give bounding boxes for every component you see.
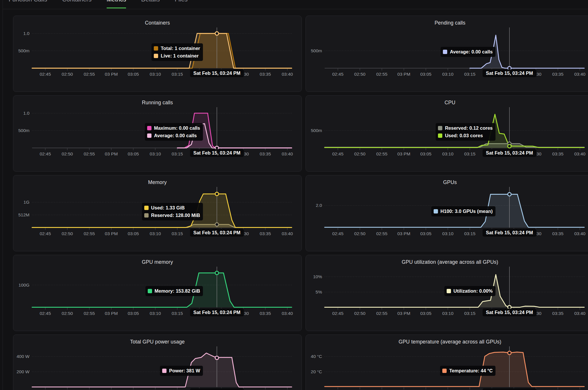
tooltip-value-text: Average: 0.00 calls	[154, 133, 197, 138]
x-axis-label: 02:50	[354, 231, 365, 236]
x-axis-label: 02:50	[354, 151, 365, 156]
x-axis-label: 03:40	[574, 311, 585, 316]
x-axis-label: 03 PM	[397, 231, 411, 236]
x-axis-label: 02:45	[332, 72, 343, 77]
chart-tooltip: Power: 381 W	[160, 366, 203, 376]
series-color-chip	[154, 54, 158, 58]
x-axis-label: 03:10	[442, 231, 454, 236]
tooltip-value-text: Utilization: 0.00%	[454, 288, 493, 294]
tab-details[interactable]: Details	[141, 0, 160, 8]
chart-panel-gpus: GPUs2.002:4502:5002:5503 PM03:0503:1003:…	[306, 175, 588, 251]
tooltip-value-text: H100: 3.0 GPUs (mean)	[441, 209, 493, 214]
chart-canvas-gpu-power[interactable]: 400 W200 W02:4502:5002:5503 PM03:0503:10…	[13, 335, 302, 390]
x-axis-label: 02:50	[62, 231, 73, 236]
tooltip-value-text: Live: 1 container	[161, 53, 199, 59]
cursor-timestamp: Sat Feb 15, 03:24 PM	[483, 69, 536, 77]
tooltip-value-text: Average: 0.00 calls	[450, 49, 493, 55]
chart-panel-running-calls: Running calls1.0500m02:4502:5002:5503 PM…	[13, 95, 302, 172]
x-axis-label: 02:55	[376, 231, 387, 236]
x-axis-label: 03:15	[464, 311, 476, 316]
tab-containers[interactable]: Containers	[62, 0, 92, 8]
tab-function-calls[interactable]: Function Calls	[9, 0, 47, 8]
series-color-chip	[442, 369, 447, 373]
x-axis-label: 03:05	[420, 231, 432, 236]
x-axis-label: 03:10	[150, 231, 161, 236]
tooltip-row: Temperature: 44 °C	[442, 367, 493, 374]
x-axis-label: 03:10	[150, 151, 161, 156]
tooltip-row: H100: 3.0 GPUs (mean)	[434, 207, 493, 215]
series-color-chip	[147, 133, 151, 138]
x-axis-label: 02:50	[62, 72, 73, 77]
tooltip-row: Power: 381 W	[162, 367, 200, 374]
cursor-marker	[508, 351, 511, 355]
y-axis-label: 100G	[19, 283, 29, 287]
cursor-timestamp: Sat Feb 15, 03:24 PM	[190, 149, 244, 157]
x-axis-label: 03:15	[464, 72, 476, 77]
series-line-reserved	[32, 224, 292, 227]
chart-tooltip: Memory: 153.82 GiB	[145, 286, 203, 296]
cursor-marker	[215, 32, 219, 35]
charts-grid: Containers1.0500m02:4502:5002:5503 PM03:…	[13, 16, 588, 390]
y-axis-label: 1.0	[23, 31, 29, 36]
x-axis-label: 03:35	[260, 311, 271, 316]
cursor-marker	[215, 192, 219, 196]
chart-tooltip: H100: 3.0 GPUs (mean)	[431, 206, 496, 216]
x-axis-label: 03:05	[420, 72, 432, 77]
y-axis-label: 500m	[311, 48, 322, 53]
chart-tooltip: Maximum: 0.00 callsAverage: 0.00 calls	[145, 123, 203, 141]
y-axis-label: 10%	[313, 274, 322, 279]
x-axis-label: 03:05	[128, 72, 139, 77]
x-axis-label: 02:45	[332, 311, 343, 316]
series-color-chip	[154, 46, 158, 51]
x-axis-label: 02:50	[62, 311, 73, 316]
x-axis-label: 03 PM	[397, 151, 411, 156]
tab-files[interactable]: Files	[175, 0, 188, 8]
y-axis-label: 500m	[18, 128, 29, 133]
tooltip-row: Average: 0.00 calls	[147, 132, 197, 139]
x-axis-label: 03 PM	[105, 231, 118, 236]
x-axis-label: 03:40	[282, 311, 293, 316]
tooltip-row: Utilization: 0.00%	[447, 287, 493, 295]
x-axis-label: 02:45	[40, 151, 51, 156]
x-axis-label: 02:50	[354, 72, 365, 77]
x-axis-label: 03:10	[150, 311, 161, 316]
y-axis-label: 200 W	[16, 369, 29, 374]
x-axis-label: 02:50	[354, 311, 365, 316]
chart-panel-gpu-temperature: GPU temperature (average across all GPUs…	[306, 335, 588, 390]
x-axis-label: 02:55	[84, 231, 95, 236]
chart-canvas-gpu-temperature[interactable]: 40 °C20 °C02:4502:5002:5503 PM03:0503:10…	[306, 335, 588, 390]
x-axis-label: 03:10	[442, 72, 454, 77]
chart-panel-cpu: CPU500m02:4502:5002:5503 PM03:0503:1003:…	[306, 95, 588, 172]
cursor-timestamp: Sat Feb 15, 03:24 PM	[483, 229, 536, 237]
x-axis-label: 03:40	[574, 151, 585, 156]
x-axis-label: 02:55	[376, 151, 387, 156]
series-color-chip	[434, 209, 438, 213]
tab-metrics[interactable]: Metrics	[107, 0, 126, 8]
x-axis-label: 03:35	[552, 311, 563, 316]
y-axis-label: 500m	[311, 128, 322, 133]
x-axis-label: 03:40	[282, 151, 293, 156]
x-axis-label: 03:40	[574, 72, 585, 77]
x-axis-label: 03 PM	[397, 311, 411, 316]
x-axis-label: 03:35	[260, 72, 271, 77]
y-axis-label: 40 °C	[311, 354, 322, 359]
tooltip-value-text: Total: 1 container	[161, 46, 200, 51]
chart-panel-pending-calls: Pending calls500m02:4502:5002:5503 PM03:…	[306, 16, 588, 92]
x-axis-label: 02:45	[40, 231, 51, 236]
cursor-timestamp: Sat Feb 15, 03:24 PM	[483, 388, 536, 390]
tooltip-value-text: Reserved: 128.00 MiB	[151, 213, 200, 218]
y-axis-label: 2.0	[316, 203, 322, 208]
tooltip-value-text: Maximum: 0.00 calls	[154, 125, 200, 131]
x-axis-label: 02:55	[376, 72, 387, 77]
x-axis-label: 03:15	[172, 151, 183, 156]
x-axis-label: 03:35	[260, 231, 271, 236]
x-axis-label: 02:45	[40, 72, 51, 77]
y-axis-label: 500m	[18, 48, 29, 53]
y-axis-label: 20 °C	[311, 369, 322, 374]
tooltip-row: Live: 1 container	[154, 52, 199, 60]
tooltip-row: Average: 0.00 calls	[443, 48, 493, 55]
cursor-timestamp: Sat Feb 15, 03:24 PM	[190, 309, 244, 316]
y-axis-label: 1.0	[23, 111, 29, 116]
cursor-marker	[508, 144, 511, 148]
x-axis-label: 03:15	[172, 72, 183, 77]
